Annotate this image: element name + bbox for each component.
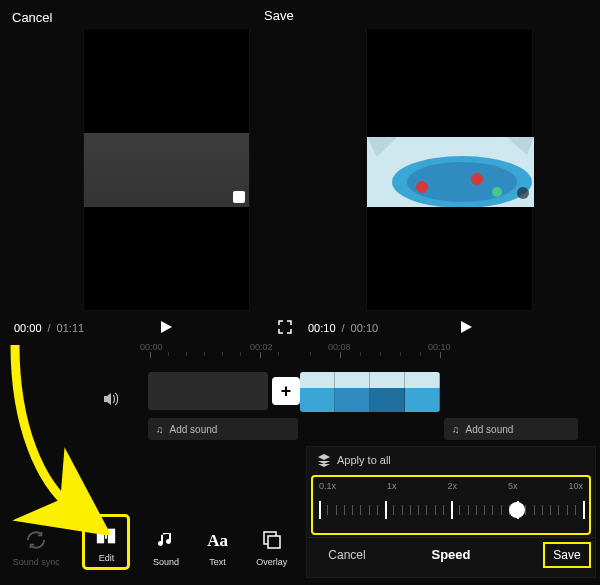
left-fullscreen-button[interactable] bbox=[278, 320, 292, 337]
left-preview bbox=[83, 28, 250, 311]
left-time-label: 00:00/01:11 bbox=[14, 322, 84, 334]
text-tool[interactable]: Aa Text bbox=[205, 527, 231, 567]
speed-knob[interactable] bbox=[509, 502, 525, 518]
svg-rect-1 bbox=[108, 529, 115, 544]
speed-panel: Apply to all 0.1x 1x 2x 5x 10x Cancel Sp… bbox=[306, 446, 596, 578]
right-time-label: 00:10/00:10 bbox=[308, 322, 378, 334]
roblox-logo-icon bbox=[233, 191, 245, 203]
add-clip-button[interactable]: + bbox=[272, 377, 300, 405]
music-note-icon: ♫ bbox=[452, 424, 460, 435]
right-add-sound-button[interactable]: ♫ Add sound bbox=[444, 418, 578, 440]
svg-rect-0 bbox=[97, 529, 104, 544]
left-play-button[interactable] bbox=[158, 319, 174, 335]
music-icon bbox=[153, 527, 179, 553]
speed-cancel-button[interactable]: Cancel bbox=[307, 548, 387, 562]
layers-icon bbox=[317, 453, 331, 467]
svg-point-8 bbox=[416, 181, 428, 193]
edit-tool[interactable]: Edit bbox=[85, 517, 127, 567]
right-clip-strip[interactable] bbox=[300, 372, 440, 412]
speed-save-button[interactable]: Save bbox=[545, 544, 589, 566]
top-save-button[interactable]: Save bbox=[264, 8, 294, 23]
apply-to-all-toggle[interactable]: Apply to all bbox=[307, 447, 595, 473]
speed-slider[interactable]: 0.1x 1x 2x 5x 10x bbox=[313, 477, 589, 533]
edit-icon bbox=[93, 523, 119, 549]
overlay-icon bbox=[259, 527, 285, 553]
game-thumbnail bbox=[367, 137, 534, 207]
sound-sync-tool[interactable]: Sound sync bbox=[13, 527, 60, 567]
svg-rect-2 bbox=[105, 533, 107, 539]
volume-icon[interactable] bbox=[102, 390, 120, 411]
text-icon: Aa bbox=[205, 527, 231, 553]
overlay-tool[interactable]: Overlay bbox=[256, 527, 287, 567]
svg-point-9 bbox=[471, 173, 483, 185]
right-play-button[interactable] bbox=[458, 319, 474, 335]
svg-rect-11 bbox=[517, 187, 529, 199]
left-add-sound-button[interactable]: ♫ Add sound bbox=[148, 418, 298, 440]
cancel-button[interactable]: Cancel bbox=[12, 6, 52, 18]
right-timeline-ruler[interactable]: 00:08 00:10 bbox=[310, 342, 460, 356]
right-preview bbox=[366, 28, 533, 311]
left-timeline-ruler[interactable]: 00:00 00:02 bbox=[150, 342, 300, 356]
sync-icon bbox=[23, 527, 49, 553]
left-clip-track[interactable] bbox=[148, 372, 268, 410]
svg-rect-4 bbox=[268, 536, 280, 548]
svg-point-10 bbox=[492, 187, 502, 197]
music-note-icon: ♫ bbox=[156, 424, 164, 435]
sound-tool[interactable]: Sound bbox=[153, 527, 179, 567]
